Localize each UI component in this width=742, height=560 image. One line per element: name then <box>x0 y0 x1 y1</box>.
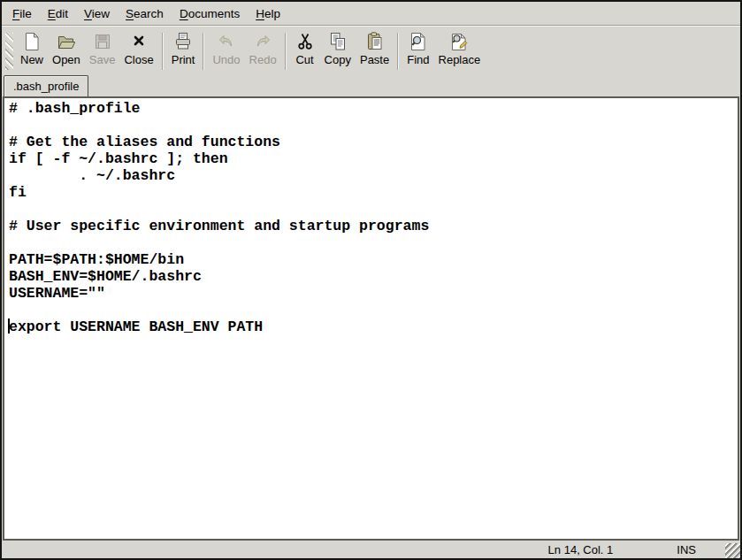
toolbar-separator <box>397 33 399 70</box>
code-line: # User specific environment and startup … <box>9 218 738 234</box>
text-caret <box>8 318 10 334</box>
undo-arrow-icon <box>216 31 237 52</box>
menu-help[interactable]: Help <box>248 4 288 24</box>
copy-button[interactable]: Copy <box>320 28 356 68</box>
menu-edit[interactable]: Edit <box>40 4 76 24</box>
code-line: export USERNAME BASH_ENV PATH <box>9 318 738 335</box>
toolbar-separator <box>162 33 164 70</box>
clipboard-icon <box>364 31 386 52</box>
document-text: # .bash_profile # Get the aliases and fu… <box>4 98 738 335</box>
menu-search[interactable]: Search <box>118 4 172 24</box>
find-magnifier-icon <box>408 31 429 52</box>
text-editor-window: File Edit View Search Documents Help New <box>0 0 742 560</box>
code-line <box>9 201 738 218</box>
new-button-label: New <box>20 54 43 66</box>
new-button[interactable]: New <box>16 28 48 68</box>
code-line: if [ -f ~/.bashrc ]; then <box>9 150 738 167</box>
tab-bash-profile[interactable]: .bash_profile <box>4 75 88 96</box>
code-line: fi <box>9 184 738 201</box>
replace-magnifier-pencil-icon <box>448 31 470 52</box>
code-line: # Get the aliases and functions <box>9 134 738 150</box>
toolbar-separator <box>285 33 287 70</box>
toolbar-drag-handle[interactable] <box>5 33 13 70</box>
menu-documents[interactable]: Documents <box>172 4 248 24</box>
statusbar: Ln 14, Col. 1 INS <box>2 541 740 558</box>
cursor-position-status: Ln 14, Col. 1 <box>548 543 614 556</box>
replace-button[interactable]: Replace <box>434 28 486 68</box>
text-editor[interactable]: # .bash_profile # Get the aliases and fu… <box>3 96 739 541</box>
code-line: PATH=$PATH:$HOME/bin <box>9 251 738 268</box>
code-line: # .bash_profile <box>9 100 738 117</box>
code-line <box>9 117 738 134</box>
code-line: . ~/.bashrc <box>9 167 738 184</box>
close-button-label: Close <box>124 54 153 66</box>
paste-button-label: Paste <box>360 54 389 66</box>
find-button[interactable]: Find <box>402 28 433 68</box>
menu-file[interactable]: File <box>4 4 40 24</box>
toolbar-separator <box>203 33 204 70</box>
insert-mode-status: INS <box>677 543 696 556</box>
find-button-label: Find <box>407 54 429 66</box>
menubar: File Edit View Search Documents Help <box>2 2 740 26</box>
undo-button: Undo <box>208 28 244 68</box>
close-button[interactable]: Close <box>119 28 157 68</box>
open-button[interactable]: Open <box>48 28 85 68</box>
tab-label: .bash_profile <box>13 80 79 93</box>
paste-button[interactable]: Paste <box>356 28 394 68</box>
save-floppy-icon <box>92 31 113 52</box>
copy-pages-icon <box>327 31 348 52</box>
redo-arrow-icon <box>252 31 273 52</box>
resize-grip[interactable] <box>725 543 740 558</box>
menu-view[interactable]: View <box>76 4 118 24</box>
code-line: BASH_ENV=$HOME/.bashrc <box>9 268 738 285</box>
code-line <box>9 302 738 318</box>
copy-button-label: Copy <box>325 54 351 66</box>
code-line: USERNAME="" <box>9 285 738 302</box>
print-button-label: Print <box>172 54 195 66</box>
toolbar: New Open Save <box>2 26 740 74</box>
code-line <box>9 234 738 251</box>
redo-button-label: Redo <box>249 54 277 66</box>
undo-button-label: Undo <box>212 54 240 66</box>
cut-button-label: Cut <box>295 54 313 66</box>
open-folder-icon <box>56 31 77 52</box>
close-x-icon <box>128 31 149 52</box>
redo-button: Redo <box>245 28 281 68</box>
cut-button[interactable]: Cut <box>290 28 320 68</box>
scissors-icon <box>295 31 316 52</box>
new-document-icon <box>21 31 42 52</box>
save-button: Save <box>85 28 120 68</box>
printer-icon <box>172 31 194 52</box>
replace-button-label: Replace <box>439 54 481 66</box>
print-button[interactable]: Print <box>167 28 200 68</box>
open-button-label: Open <box>52 54 80 66</box>
document-tab-bar: .bash_profile <box>2 74 740 96</box>
save-button-label: Save <box>89 54 116 66</box>
